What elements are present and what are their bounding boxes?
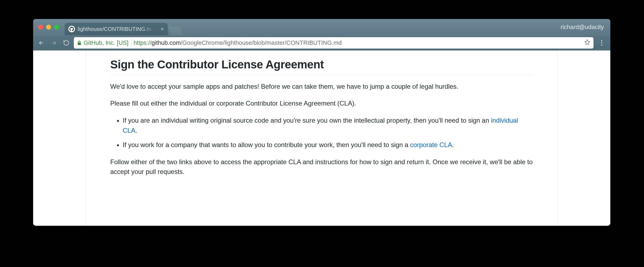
bookmark-star-icon[interactable] [584, 39, 590, 47]
browser-window: lighthouse/CONTRIBUTING.m… × richard@uda… [33, 19, 610, 226]
paragraph: Follow either of the two links above to … [110, 157, 533, 177]
ev-cert-label: GitHub, Inc. [US] [84, 39, 131, 46]
maximize-window-button[interactable] [54, 25, 59, 30]
tab-title: lighthouse/CONTRIBUTING.m… [78, 26, 157, 32]
svg-point-1 [601, 42, 602, 43]
address-bar[interactable]: GitHub, Inc. [US] https://github.com/Goo… [74, 37, 594, 49]
svg-point-2 [601, 44, 602, 46]
new-tab-button[interactable] [168, 27, 183, 35]
svg-point-0 [601, 40, 602, 41]
browser-tab[interactable]: lighthouse/CONTRIBUTING.m… × [65, 23, 168, 35]
browser-menu-icon[interactable] [596, 40, 607, 46]
paragraph: Please fill out either the individual or… [110, 98, 533, 108]
bullet-list: If you are an individual writing origina… [110, 115, 533, 150]
list-item: If you are an individual writing origina… [123, 115, 533, 135]
titlebar: lighthouse/CONTRIBUTING.m… × richard@uda… [33, 19, 610, 35]
back-button[interactable] [36, 38, 46, 48]
list-item: If you work for a company that wants to … [123, 140, 533, 150]
minimize-window-button[interactable] [46, 25, 51, 30]
page-content[interactable]: Sign the Contributor License Agreement W… [33, 50, 610, 226]
github-icon [68, 26, 75, 32]
toolbar: GitHub, Inc. [US] https://github.com/Goo… [33, 35, 610, 50]
lock-icon [77, 40, 81, 45]
close-window-button[interactable] [38, 25, 43, 30]
profile-label[interactable]: richard@udacity [561, 24, 604, 31]
section-heading: Sign the Contributor License Agreement [110, 58, 533, 75]
corporate-cla-link[interactable]: corporate CLA [410, 141, 452, 148]
forward-button[interactable] [49, 38, 59, 48]
window-controls [38, 25, 59, 30]
reload-button[interactable] [61, 38, 71, 48]
url-text: https://github.com/GoogleChrome/lighthou… [134, 39, 342, 46]
close-tab-icon[interactable]: × [160, 26, 164, 33]
readme-container: Sign the Contributor License Agreement W… [86, 50, 558, 226]
paragraph: We'd love to accept your sample apps and… [110, 82, 533, 91]
